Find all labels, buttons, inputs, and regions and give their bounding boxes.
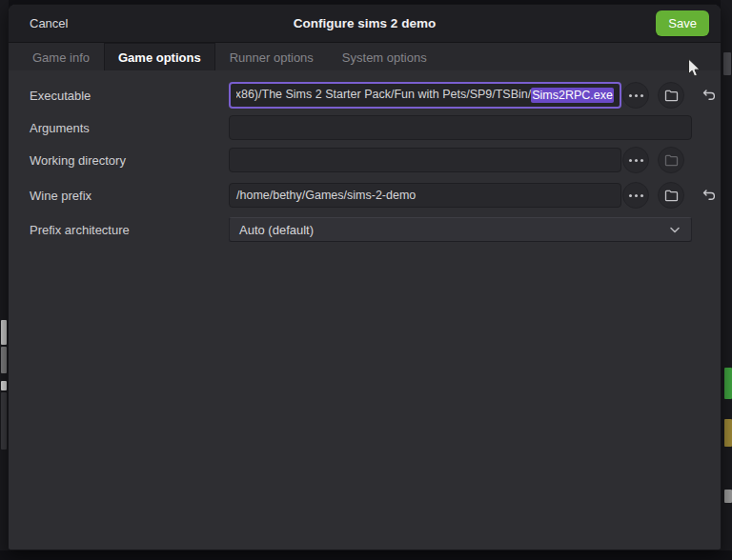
prefix-architecture-select[interactable]: Auto (default) [229,217,692,242]
background-artwork-fragment [1,320,7,345]
save-button[interactable]: Save [656,10,709,36]
background-artwork-fragment [724,419,732,447]
working-directory-more-button[interactable] [622,147,649,173]
background-scrollbar-fragment [723,52,731,75]
screen: Cancel Configure sims 2 demo Save Game i… [0,0,732,560]
folder-icon [664,190,679,202]
arguments-label: Arguments [30,121,90,135]
executable-input[interactable]: iles (x86)/The Sims 2 Starter Pack/Fun w… [229,82,621,109]
background-artwork-fragment [1,381,7,390]
more-dots-icon [629,159,643,162]
undo-arrow-icon [702,190,716,202]
wine-prefix-input[interactable]: /home/bethy/Games/sims-2-demo [229,183,621,208]
wine-prefix-label: Wine prefix [30,189,92,203]
wine-prefix-value: /home/bethy/Games/sims-2-demo [236,189,416,202]
executable-reset-button[interactable] [699,86,718,105]
chevron-down-icon [668,226,681,234]
executable-browse-button[interactable] [658,82,684,109]
tab-game-info[interactable]: Game info [18,43,104,70]
more-dots-icon [629,94,643,97]
background-bottom-strip [0,550,732,560]
executable-label: Executable [30,89,91,103]
arguments-input[interactable] [229,115,692,140]
wine-prefix-browse-button[interactable] [658,182,684,209]
more-dots-icon [629,194,643,197]
background-artwork-fragment [1,347,7,373]
tab-game-options[interactable]: Game options [104,43,215,70]
dialog-title: Configure sims 2 demo [9,16,721,30]
working-directory-input[interactable] [229,148,621,172]
executable-path-text: iles (x86)/The Sims 2 Starter Pack/Fun w… [236,88,531,103]
headerbar: Cancel Configure sims 2 demo Save [9,5,721,43]
background-right-strip [721,0,732,560]
wine-prefix-reset-button[interactable] [699,186,718,205]
background-artwork-fragment [724,368,732,399]
folder-icon [664,90,679,102]
folder-icon [664,154,679,167]
prefix-architecture-label: Prefix architecture [30,223,130,237]
game-options-panel: Executable iles (x86)/The Sims 2 Starter… [9,70,721,549]
configure-game-dialog: Cancel Configure sims 2 demo Save Game i… [8,4,722,550]
tab-system-options[interactable]: System options [328,43,441,70]
undo-arrow-icon [702,90,716,102]
tab-bar: Game info Game options Runner options Sy… [9,43,721,70]
cancel-button[interactable]: Cancel [20,11,77,35]
wine-prefix-more-button[interactable] [622,182,649,209]
tab-runner-options[interactable]: Runner options [215,43,328,70]
background-artwork-fragment [724,490,732,503]
working-directory-label: Working directory [30,153,126,168]
prefix-architecture-value: Auto (default) [239,223,314,237]
background-artwork-fragment [1,392,7,450]
executable-selected-text: Sims2RPC.exe [531,88,614,103]
executable-more-button[interactable] [622,82,649,109]
working-directory-browse-button [658,147,684,173]
